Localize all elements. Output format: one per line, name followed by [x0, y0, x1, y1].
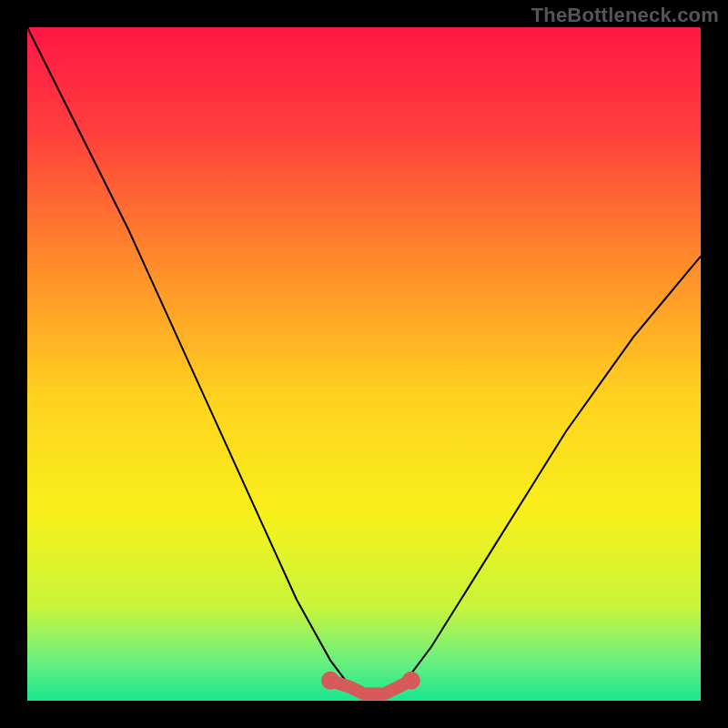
- gradient-background: [27, 27, 701, 701]
- attribution-label: TheBottleneck.com: [531, 4, 719, 27]
- optimal-zone-endpoint: [402, 672, 420, 690]
- chart-frame: TheBottleneck.com: [0, 0, 728, 728]
- bottleneck-chart: [0, 0, 728, 728]
- optimal-zone-endpoint: [321, 672, 339, 690]
